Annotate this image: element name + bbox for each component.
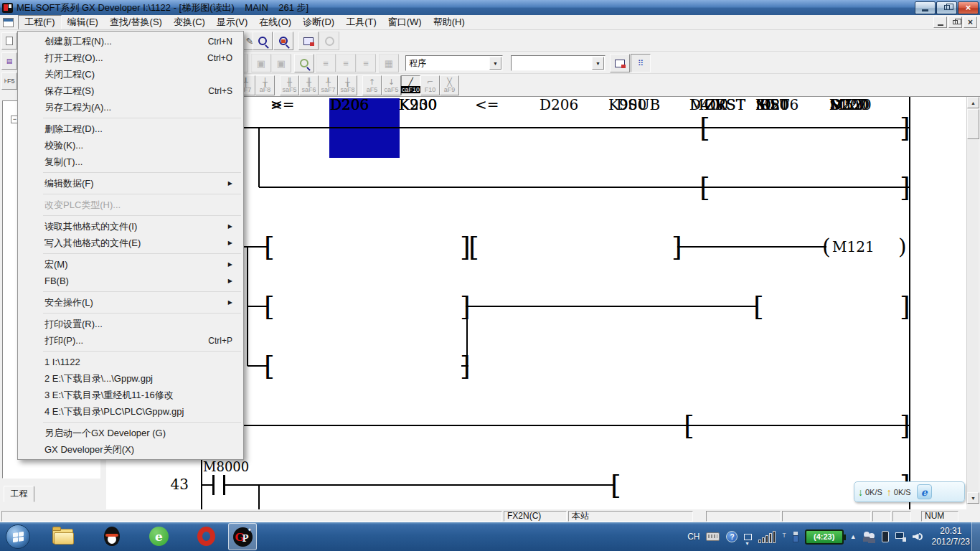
menu-item-recent-4[interactable]: 4 E:\下载目录\PLC\PLC\Gppw.gpj — [19, 403, 242, 420]
menu-item-read-other-format[interactable]: 读取其他格式的文件(I)▶ — [19, 218, 242, 235]
menu-title-window[interactable]: 窗口(W) — [382, 15, 428, 29]
menu-item-print-setup[interactable]: 打印设置(R)... — [19, 316, 242, 332]
project-data-list-button[interactable] — [1, 32, 17, 50]
menu-item-save-project-as[interactable]: 另存工程为(A)... — [19, 99, 242, 116]
ladder-button-F10[interactable]: ⌐F10 — [420, 75, 440, 95]
menu-title-diagnostics[interactable]: 诊断(D) — [297, 15, 340, 29]
qq-tray-icon[interactable] — [863, 532, 875, 542]
menu-item-save-project[interactable]: 保存工程(S)Ctrl+S — [19, 83, 242, 99]
signal-strength-icon[interactable] — [758, 531, 776, 543]
program-check-button[interactable] — [298, 32, 319, 50]
browser-e-icon[interactable]: e — [917, 484, 932, 499]
menu-item-close-project[interactable]: 关闭工程(C) — [19, 66, 242, 83]
target-combo[interactable]: ▼ — [511, 55, 606, 71]
language-bar-restore-icon[interactable] — [744, 534, 752, 540]
menu-item-recent-3[interactable]: 3 E:\下载目录\重经机11-16修改 — [19, 387, 242, 403]
menu-item-edit-data[interactable]: 编辑数据(F)▶ — [19, 175, 242, 192]
network-tray-icon[interactable] — [895, 532, 906, 542]
mdi-restore-button[interactable] — [948, 17, 962, 28]
browser-360-taskbar-icon[interactable]: e — [148, 526, 171, 547]
qq-taskbar-icon[interactable] — [100, 526, 123, 547]
mdi-window-controls: × — [932, 17, 977, 28]
menu-title-find-replace[interactable]: 查找/替换(S) — [104, 15, 168, 29]
menu-item-copy[interactable]: 复制(T)... — [19, 154, 242, 170]
menu-item-print[interactable]: 打印(P)...Ctrl+P — [19, 332, 242, 349]
menu-title-project[interactable]: 工程(F) — [18, 15, 62, 29]
restore-button[interactable] — [936, 1, 957, 14]
menu-title-tools[interactable]: 工具(T) — [340, 15, 382, 29]
mdi-close-button[interactable]: × — [963, 17, 977, 28]
ladder-button-saF8[interactable]: ╁saF8 — [338, 75, 357, 95]
scrollbar-thumb[interactable] — [967, 109, 979, 139]
comment-display-button[interactable] — [610, 54, 630, 72]
device-comment-button[interactable]: ▤ — [1, 52, 17, 70]
ladder-button-caF10[interactable]: ╱caF10 — [401, 75, 420, 95]
ime-help-icon[interactable]: ? — [726, 531, 738, 542]
menu-item-label: 打开工程(O)... — [44, 52, 207, 65]
menu-item-fb[interactable]: FB(B)▶ — [19, 273, 242, 289]
ladder-button-saF7[interactable]: ╀saF7 — [319, 75, 338, 95]
menu-item-macro[interactable]: 宏(M)▶ — [19, 256, 242, 273]
submenu-arrow-icon: ▶ — [228, 299, 232, 306]
mdi-minimize-button[interactable] — [933, 17, 947, 28]
find-device-button[interactable] — [253, 32, 273, 50]
mdi-child-icon[interactable] — [3, 18, 14, 27]
clock[interactable]: 20:31 2012/7/23 — [932, 526, 970, 547]
menu-item-label: 创建新工程(N)... — [44, 35, 208, 48]
menu-title-edit[interactable]: 编辑(E) — [62, 15, 104, 29]
browser-e-logo-icon: e — [149, 527, 169, 546]
ladder-button-saF5[interactable]: ╫saF5 — [280, 75, 299, 95]
show-desktop-button[interactable] — [971, 522, 980, 551]
net-speed-popup[interactable]: ↓ 0K/S ↑ 0K/S e — [854, 481, 965, 502]
start-button[interactable] — [6, 524, 30, 549]
ladder-monitor-button[interactable] — [294, 54, 314, 72]
contact-bar — [223, 475, 225, 495]
menu-separator — [43, 215, 241, 216]
menu-item-start-new-instance[interactable]: 另启动一个GX Developer (G) — [19, 425, 242, 441]
data-type-combo[interactable]: 程序 ▼ — [405, 55, 503, 71]
gx-developer-taskbar-button[interactable]: GP✦ — [228, 523, 257, 550]
ladder-button-caF5[interactable]: ↓caF5 — [382, 75, 401, 95]
ladder-button-aF8[interactable]: ╁aF8 — [255, 75, 275, 95]
menu-item-write-other-format[interactable]: 写入其他格式的文件(E)▶ — [19, 235, 242, 251]
ladder-button-label: saF7 — [321, 86, 335, 93]
ladder-button-aF9[interactable]: ╳aF9 — [440, 75, 459, 95]
find-contact-coil-button[interactable] — [273, 32, 293, 50]
menu-title-view[interactable]: 显示(V) — [211, 15, 253, 29]
vertical-scrollbar[interactable]: ▲ ▼ — [966, 97, 979, 504]
project-panel-tab[interactable]: 工程 — [4, 486, 34, 502]
keyboard-icon[interactable] — [706, 532, 720, 541]
phone-tray-icon[interactable] — [882, 531, 889, 542]
volume-icon[interactable] — [913, 532, 923, 542]
scroll-up-button[interactable]: ▲ — [967, 97, 979, 108]
ladder-f5-button[interactable]: ⊦F5 — [1, 72, 17, 90]
scroll-down-button[interactable]: ▼ — [967, 492, 979, 504]
combo-dropdown-icon[interactable]: ▼ — [489, 57, 501, 70]
menu-title-convert[interactable]: 变换(C) — [168, 15, 211, 29]
language-indicator[interactable]: CH — [687, 532, 699, 542]
menu-item-new-project[interactable]: 创建新工程(N)...Ctrl+N — [19, 33, 242, 50]
ladder-button-aF5[interactable]: ↑aF5 — [362, 75, 382, 95]
step-icon-1: ≡ — [323, 58, 329, 69]
show-hidden-icons-arrow[interactable]: ▲ — [850, 533, 857, 540]
usb-device-icon[interactable] — [793, 532, 798, 542]
minimize-button[interactable] — [915, 1, 936, 14]
opera-taskbar-icon[interactable] — [195, 526, 218, 547]
menu-item-open-project[interactable]: 打开工程(O)...Ctrl+O — [19, 50, 242, 66]
menu-item-security-operation[interactable]: 安全操作(L)▶ — [19, 294, 242, 311]
tile-icon: ▣ — [277, 58, 286, 69]
battery-indicator[interactable]: (4:23) — [805, 529, 844, 545]
combo-dropdown-icon-2[interactable]: ▼ — [592, 57, 604, 70]
ladder-button-saF6[interactable]: ╫saF6 — [299, 75, 319, 95]
menu-item-delete-project[interactable]: 删除工程(D)... — [19, 121, 242, 137]
menu-item-exit[interactable]: GX Developer关闭(X) — [19, 441, 242, 458]
explorer-taskbar-icon[interactable] — [52, 526, 75, 547]
menu-item-label: 另启动一个GX Developer (G) — [44, 427, 232, 440]
menu-item-verify[interactable]: 校验(K)... — [19, 137, 242, 154]
menu-title-help[interactable]: 帮助(H) — [428, 15, 471, 29]
menu-title-online[interactable]: 在线(O) — [253, 15, 297, 29]
project-tree-toggle-button[interactable]: ⠿ — [631, 54, 651, 72]
menu-item-recent-2[interactable]: 2 E:\下载目录\...\Gppw.gpj — [19, 370, 242, 387]
menu-item-recent-1[interactable]: 1 I:\1122 — [19, 354, 242, 370]
close-button[interactable]: × — [958, 1, 979, 14]
